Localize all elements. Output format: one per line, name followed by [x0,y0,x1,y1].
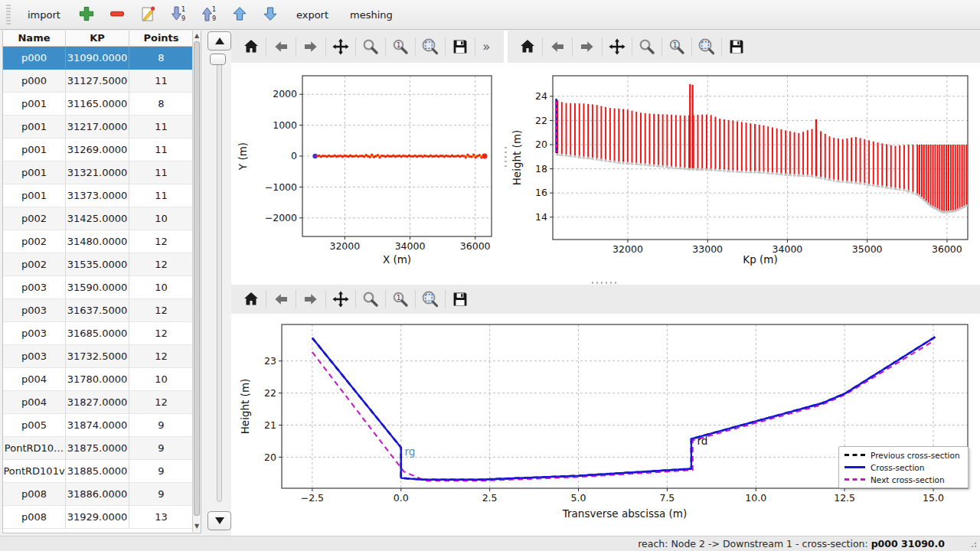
save-button[interactable] [448,34,472,59]
table-row[interactable]: p00231535.000012 [3,253,194,276]
table-cell[interactable]: 11 [129,161,194,184]
table-cell[interactable]: p003 [3,345,66,368]
pan-button[interactable] [328,34,353,59]
table-cell[interactable]: 9 [129,437,194,460]
meshing-button[interactable]: meshing [345,6,397,24]
pan-button[interactable] [328,287,353,311]
table-cell[interactable]: 31885.0000 [66,460,129,483]
table-cell[interactable]: 12 [129,253,194,276]
table-row[interactable]: p00131165.00008 [3,93,194,116]
column-header-kp[interactable]: KP [66,31,129,46]
table-cell[interactable]: 8 [129,93,194,116]
table-cell[interactable]: p001 [3,161,66,184]
save-button[interactable] [448,287,472,311]
zoom-box-button[interactable] [694,34,719,59]
previous-cross-section-button[interactable] [207,31,231,51]
table-cell[interactable]: 10 [129,207,194,230]
table-cell[interactable]: 31929.0000 [66,506,129,529]
table-cell[interactable]: p004 [3,368,66,391]
column-header-points[interactable]: Points [129,31,194,46]
table-cell[interactable]: 31590.0000 [66,276,129,299]
table-cell[interactable]: p002 [3,253,66,276]
table-cell[interactable]: 31217.0000 [66,116,129,139]
table-cell[interactable]: 9 [129,460,194,483]
move-up-button[interactable] [230,5,249,24]
import-button[interactable]: import [23,6,65,24]
toolbar-grip[interactable] [6,5,11,24]
table-row[interactable]: p00531874.00009 [3,414,194,437]
zoom-one-button[interactable]: 1 [388,287,413,311]
back-button[interactable] [269,34,293,59]
home-button[interactable] [239,34,263,59]
table-cell[interactable]: 31685.0000 [66,322,129,345]
table-row[interactable]: p00131269.000011 [3,139,194,161]
remove-cross-section-button[interactable] [108,5,126,24]
table-cell[interactable]: 11 [129,70,194,93]
table-cell[interactable]: p001 [3,93,66,116]
table-cell[interactable]: 10 [129,368,194,391]
table-cell[interactable]: 11 [129,139,194,161]
table-cell[interactable]: p001 [3,116,66,139]
table-cell[interactable]: 31827.0000 [66,391,129,414]
zoom-one-button[interactable]: 1 [665,34,689,59]
toolbar-overflow-chevron[interactable]: » [478,39,495,54]
table-cell[interactable]: 31090.0000 [66,47,129,70]
table-cell[interactable]: 31780.0000 [66,368,129,391]
table-cell[interactable]: 8 [129,47,194,70]
table-cell[interactable]: 31480.0000 [66,230,129,253]
edit-cross-section-button[interactable] [139,5,157,24]
forward-button[interactable] [299,34,323,59]
cross-section-slider-groove[interactable] [217,57,222,502]
table-cell[interactable]: p008 [3,506,66,529]
table-cell[interactable]: 31732.5000 [66,345,129,368]
back-button[interactable] [269,287,293,311]
table-cell[interactable]: p001 [3,139,66,161]
plan-view-figure[interactable]: 320003400036000−2000−1000010002000X (m)Y… [232,63,504,280]
table-row[interactable]: p00231425.000010 [3,207,194,230]
table-cell[interactable]: 31321.0000 [66,161,129,184]
table-row[interactable]: p00131321.000011 [3,161,194,184]
table-row[interactable]: p00131217.000011 [3,116,194,139]
table-cell[interactable]: 31127.5000 [66,70,129,93]
table-row[interactable]: p00331685.000012 [3,322,194,345]
table-cell[interactable]: 12 [129,391,194,414]
table-cell[interactable]: p001 [3,184,66,207]
table-cell[interactable]: 11 [129,116,194,139]
table-cell[interactable]: p003 [3,322,66,345]
scroll-down-icon[interactable]: ▼ [193,522,201,531]
table-cell[interactable]: PontRD10… [3,437,66,460]
zoom-button[interactable] [358,287,383,311]
cross-section-figure[interactable]: −2.50.02.55.07.510.012.515.020212223Tran… [231,314,980,536]
cross-section-slider-handle[interactable] [210,54,226,65]
zoom-one-button[interactable]: 1 [388,34,413,59]
table-row[interactable]: p00431827.000012 [3,391,194,414]
table-row[interactable]: PontRD101v31885.00009 [3,460,194,483]
table-row[interactable]: p00331732.500012 [3,345,194,368]
table-cell[interactable]: 12 [129,299,194,322]
table-cell[interactable]: p003 [3,299,66,322]
table-cell[interactable]: p000 [3,47,66,70]
table-cell[interactable]: 12 [129,322,194,345]
table-cell[interactable]: 9 [129,483,194,506]
table-cell[interactable]: 9 [129,414,194,437]
save-button[interactable] [724,34,749,59]
table-cell[interactable]: 11 [129,184,194,207]
table-row[interactable]: p00831886.00009 [3,483,194,506]
forward-button[interactable] [299,287,323,311]
table-cell[interactable]: 31874.0000 [66,414,129,437]
table-cell[interactable]: PontRD101v [3,460,66,483]
sort-descending-button[interactable]: 19 [169,5,188,24]
scroll-up-icon[interactable]: ▲ [193,31,201,41]
table-cell[interactable]: 31425.0000 [66,207,129,230]
horizontal-splitter-handle[interactable] [592,282,618,284]
table-row[interactable]: p00231480.000012 [3,230,194,253]
table-scrollbar[interactable]: ▲ ▼ [192,31,201,532]
table-cell[interactable]: p004 [3,391,66,414]
zoom-button[interactable] [358,34,383,59]
table-cell[interactable]: 31886.0000 [66,483,129,506]
table-cell[interactable]: 31535.0000 [66,253,129,276]
table-cell[interactable]: 31165.0000 [66,93,129,116]
back-button[interactable] [545,34,570,59]
next-cross-section-button[interactable] [207,511,231,530]
longitudinal-profile-figure[interactable]: 3200033000340003500036000141618202224Kp … [508,63,980,280]
